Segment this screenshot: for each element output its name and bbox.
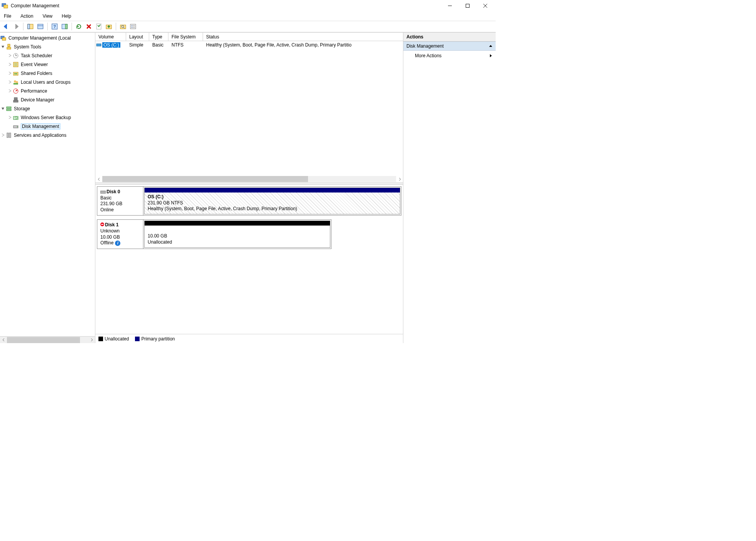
partition-cap-unallocated xyxy=(145,221,330,226)
tree-storage-label: Storage xyxy=(14,106,30,111)
action-pane-button[interactable] xyxy=(60,22,69,31)
refresh-button[interactable] xyxy=(74,22,83,31)
menu-action[interactable]: Action xyxy=(19,13,35,20)
menu-view[interactable]: View xyxy=(41,13,54,20)
scroll-right-icon[interactable] xyxy=(88,337,95,343)
close-button[interactable] xyxy=(476,0,494,12)
tree-local-users[interactable]: Local Users and Groups xyxy=(0,78,95,86)
properties-button[interactable] xyxy=(36,22,45,31)
disk-area: Disk 0 Basic 231.90 GB Online OS (C:) 23… xyxy=(95,185,403,334)
scroll-track[interactable] xyxy=(7,337,88,343)
up-folder-button[interactable] xyxy=(104,22,113,31)
actions-section[interactable]: Disk Management xyxy=(403,41,496,51)
chevron-right-icon[interactable] xyxy=(7,80,12,84)
tree-hscroll[interactable] xyxy=(0,336,95,343)
chevron-right-icon[interactable] xyxy=(7,63,12,66)
tree-device-manager[interactable]: Device Manager xyxy=(0,95,95,104)
chevron-right-icon[interactable] xyxy=(7,54,12,57)
chevron-right-icon xyxy=(489,54,493,58)
menubar: File Action View Help xyxy=(0,12,496,21)
partition-os-c[interactable]: OS (C:) 231.90 GB NTFS Healthy (System, … xyxy=(144,188,400,214)
back-button[interactable] xyxy=(2,22,11,31)
tree-event-viewer[interactable]: Event Viewer xyxy=(0,60,95,69)
col-status[interactable]: Status xyxy=(203,33,403,41)
scroll-left-icon[interactable] xyxy=(0,337,7,343)
tree-wsb[interactable]: Windows Server Backup xyxy=(0,113,95,122)
separator xyxy=(116,23,116,30)
disk0-name: Disk 0 xyxy=(107,189,120,194)
tree-diskmgmt-label: Disk Management xyxy=(21,123,60,129)
tree-services[interactable]: Services and Applications xyxy=(0,131,95,139)
actions-more[interactable]: More Actions xyxy=(403,51,496,61)
tree-task-scheduler[interactable]: Task Scheduler xyxy=(0,51,95,60)
help-button[interactable]: ? xyxy=(50,22,59,31)
part0-name: OS (C:) xyxy=(148,194,397,200)
tree-event-label: Event Viewer xyxy=(21,62,48,67)
scroll-left-icon[interactable] xyxy=(95,176,102,182)
scroll-thumb[interactable] xyxy=(102,176,308,182)
disk-icon xyxy=(100,190,106,194)
tree-storage[interactable]: Storage xyxy=(0,104,95,113)
show-hide-tree-button[interactable] xyxy=(26,22,35,31)
svg-rect-45 xyxy=(13,100,18,102)
col-layout[interactable]: Layout xyxy=(126,33,149,41)
volume-row[interactable]: OS (C:) Simple Basic NTFS Healthy (Syste… xyxy=(95,41,403,49)
info-icon[interactable]: i xyxy=(115,241,120,246)
delete-button[interactable] xyxy=(84,22,93,31)
disk-row-1[interactable]: Disk 1 Unknown 10.00 GB Offlinei 10.00 G… xyxy=(97,219,331,249)
volume-hscroll[interactable] xyxy=(95,176,403,183)
svg-point-37 xyxy=(14,73,16,75)
svg-rect-8 xyxy=(38,24,43,29)
svg-rect-3 xyxy=(466,4,470,8)
svg-rect-26 xyxy=(8,44,10,46)
chevron-right-icon[interactable] xyxy=(7,89,12,93)
actions-section-label: Disk Management xyxy=(406,43,444,49)
partition-unallocated[interactable]: 10.00 GB Unallocated xyxy=(144,221,330,247)
forward-button[interactable] xyxy=(12,22,21,31)
menu-help[interactable]: Help xyxy=(60,13,73,20)
svg-rect-52 xyxy=(9,133,11,138)
tree-perf-label: Performance xyxy=(21,88,47,94)
svg-rect-47 xyxy=(7,109,11,111)
actions-header: Actions xyxy=(403,33,496,41)
titlebar: Computer Management xyxy=(0,0,496,12)
minimize-button[interactable] xyxy=(441,0,459,12)
chevron-up-icon xyxy=(489,44,493,48)
tree-disk-management[interactable]: Disk Management xyxy=(0,122,95,131)
chevron-right-icon[interactable] xyxy=(0,133,5,137)
tree-systools-label: System Tools xyxy=(14,44,41,50)
maximize-button[interactable] xyxy=(459,0,476,12)
tree-systools[interactable]: System Tools xyxy=(0,42,95,51)
col-filesystem[interactable]: File System xyxy=(168,33,203,41)
chevron-down-icon[interactable] xyxy=(0,107,5,110)
actions-pane: Actions Disk Management More Actions xyxy=(403,33,496,343)
col-type[interactable]: Type xyxy=(149,33,168,41)
scroll-track[interactable] xyxy=(102,176,396,182)
svg-rect-7 xyxy=(28,24,30,29)
find-button[interactable] xyxy=(118,22,128,31)
disk1-size: 10.00 GB xyxy=(100,234,120,240)
separator xyxy=(72,23,72,30)
svg-point-50 xyxy=(17,126,18,127)
tree-wsb-label: Windows Server Backup xyxy=(21,115,71,120)
chevron-down-icon[interactable] xyxy=(0,45,5,48)
volume-list: OS (C:) Simple Basic NTFS Healthy (Syste… xyxy=(95,41,403,176)
col-volume[interactable]: Volume xyxy=(95,33,126,41)
menu-file[interactable]: File xyxy=(2,13,13,20)
legend-primary: Primary partition xyxy=(135,336,175,342)
scroll-thumb[interactable] xyxy=(7,337,80,343)
legend: Unallocated Primary partition xyxy=(95,334,403,343)
tree-performance[interactable]: Performance xyxy=(0,86,95,95)
disk1-type: Unknown xyxy=(100,228,120,234)
tree-shared-folders[interactable]: Shared Folders xyxy=(0,69,95,78)
chevron-right-icon[interactable] xyxy=(7,116,12,119)
tree-pane: Computer Management (Local System Tools … xyxy=(0,33,95,343)
scroll-right-icon[interactable] xyxy=(396,176,403,182)
disk-label-0: Disk 0 Basic 231.90 GB Online xyxy=(97,187,143,215)
disk-row-0[interactable]: Disk 0 Basic 231.90 GB Online OS (C:) 23… xyxy=(97,186,401,216)
tree-services-label: Services and Applications xyxy=(14,133,67,138)
tree-root[interactable]: Computer Management (Local xyxy=(0,33,95,42)
settings-button[interactable] xyxy=(128,22,138,31)
properties-sheet-button[interactable] xyxy=(94,22,103,31)
chevron-right-icon[interactable] xyxy=(7,71,12,75)
